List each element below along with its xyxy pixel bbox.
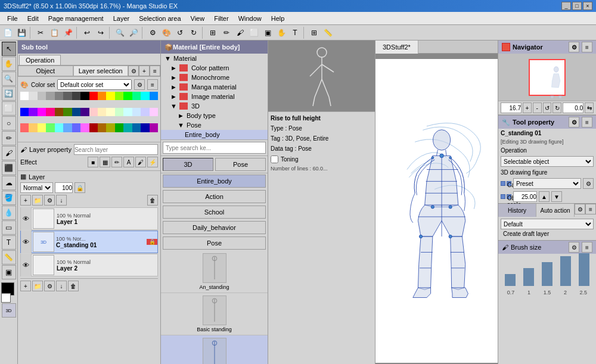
color-cell-9[interactable] [98,92,106,100]
navigator-flip-btn[interactable]: ⇆ [585,102,594,113]
layer-lock-icon[interactable]: 🔒 [74,182,85,193]
layer-bottom-btn4[interactable]: ↓ [56,281,67,291]
color-cell-36[interactable] [55,123,63,132]
tool-blur[interactable]: ☁ [2,176,16,190]
color-cell-22[interactable] [72,108,80,116]
tool-fill[interactable]: 🪣 [2,191,16,205]
tool-frame[interactable]: ▣ [2,265,16,279]
navigator-preview[interactable] [498,54,596,101]
material-item-basic-standing[interactable]: Basic standing [161,293,268,335]
toolbar-text[interactable]: T [288,26,302,39]
tool-text[interactable]: T [2,235,16,250]
menu-selection-area[interactable]: Selection area [134,14,185,23]
tree-item-body-type[interactable]: ►Body type [161,111,268,120]
category-pose[interactable]: Pose [163,237,266,250]
color-cell-8[interactable] [89,92,98,100]
brush-size-menu-icon[interactable]: ≡ [582,242,592,253]
color-cell-41[interactable] [98,123,106,132]
brush-size-2-5[interactable] [579,253,589,286]
layer-add-button[interactable]: + [20,195,31,206]
color-cell-18[interactable] [38,108,46,116]
toolbar-settings[interactable]: ⚙ [146,26,159,39]
layer-bottom-btn5[interactable]: 🗑 [68,281,79,291]
toolbar-grid[interactable]: ⊞ [308,26,321,39]
color-cell-7[interactable] [80,92,89,100]
history-menu-icon[interactable]: ≡ [585,204,596,214]
tab-operation[interactable]: Operation [19,55,61,65]
toolbar-redo[interactable]: ↪ [94,26,107,39]
layer-row-3[interactable]: 👁 100 % Normal Layer 2 [20,254,158,276]
color-cell-34[interactable] [38,123,46,132]
pose-toning-checkbox[interactable] [271,155,278,163]
background-color-swatch[interactable] [1,293,11,303]
material-item-an-standing[interactable]: An_standing [161,251,268,293]
toolbar-undo[interactable]: ↩ [80,26,94,39]
navigator-rotate-right-btn[interactable]: ↻ [552,102,561,113]
menu-filter[interactable]: Filter [209,14,233,23]
navigator-menu-icon[interactable]: ≡ [582,42,592,52]
layer-effect-btn1[interactable]: ■ [88,157,98,167]
menu-help[interactable]: Help [266,14,290,23]
brush-size-1[interactable] [523,268,534,286]
color-cell-38[interactable] [72,123,80,132]
navigator-zoom-in-btn[interactable]: + [523,102,532,113]
color-cell-17[interactable] [29,108,37,116]
brush-size-0-7[interactable] [505,274,516,286]
color-cell-15[interactable] [150,92,158,100]
color-cell-0[interactable] [20,92,29,100]
brush-size-2[interactable] [560,256,571,286]
layer-effect-btn4[interactable]: A [123,157,134,167]
toolbar-paste[interactable]: 📌 [61,26,74,39]
history-settings-icon[interactable]: ⚙ [575,204,585,214]
selection-settings-icon[interactable]: ⚙ [128,66,139,76]
tool-3d[interactable]: 3D [2,303,16,318]
layer-merge-button[interactable]: ↓ [56,195,67,206]
colorset-menu-icon[interactable]: ≡ [147,79,158,90]
tool-ruler[interactable]: 📏 [2,250,16,265]
color-cell-6[interactable] [72,92,80,100]
maximize-button[interactable]: □ [572,2,582,10]
canvas[interactable] [375,54,498,364]
navigator-zoom-out-btn[interactable]: - [533,102,542,113]
color-cell-14[interactable] [141,92,149,100]
colorset-dropdown[interactable]: Default color set [57,79,132,90]
tool-pen[interactable]: ✏ [2,131,16,145]
layer-visibility-toggle-2[interactable]: 👁 [21,231,32,253]
color-cell-10[interactable] [106,92,114,100]
layer-row[interactable]: 👁 100 % Normal Layer 1 [20,207,158,230]
colorset-settings-icon[interactable]: ⚙ [134,79,145,90]
color-cell-37[interactable] [63,123,72,132]
search-layer-input[interactable] [74,144,158,155]
color-cell-42[interactable] [106,123,114,132]
color-cell-12[interactable] [123,92,132,100]
layer-lock-icon-2[interactable]: 🔒 [147,239,157,245]
window-controls[interactable]: _ □ × [561,2,592,10]
tree-item-manga-material[interactable]: ►Manga material [161,82,268,92]
tool-eraser[interactable]: ⬛ [2,161,16,175]
navigator-zoom-input[interactable] [501,102,522,113]
select-layer-button[interactable]: Layer selection [73,66,129,76]
tree-item-color-pattern[interactable]: ►Color pattern [161,63,268,73]
toolbar-move[interactable]: ✋ [275,26,288,39]
layer-settings-button[interactable]: ⚙ [44,195,55,206]
color-cell-35[interactable] [46,123,54,132]
color-cell-16[interactable] [20,108,29,116]
layer-bottom-btn3[interactable]: ⚙ [44,281,55,291]
tool-brush[interactable]: 🖌 [2,146,16,160]
color-cell-13[interactable] [132,92,141,100]
color-cell-24[interactable] [89,108,98,116]
menu-window[interactable]: Window [234,14,266,23]
toolbar-pen[interactable]: ✏ [220,26,233,39]
layer-visibility-toggle[interactable]: 👁 [21,207,32,230]
color-cell-30[interactable] [141,108,149,116]
scale-up-icon[interactable]: ▲ [539,191,550,202]
tab-history[interactable]: History [498,204,536,217]
toolbar-eraser[interactable]: ⬜ [247,26,260,39]
material-pose-button[interactable]: Pose [215,158,266,171]
tool-property-selectable-select[interactable]: Selectable object [501,156,594,167]
tool-property-preset-select[interactable]: Preset [513,178,581,189]
category-daily-behavior[interactable]: Daily_behavior [163,221,266,234]
selection-add-icon[interactable]: + [139,66,150,76]
toolbar-brush2[interactable]: 🖌 [234,26,247,39]
color-cell-27[interactable] [115,108,123,116]
